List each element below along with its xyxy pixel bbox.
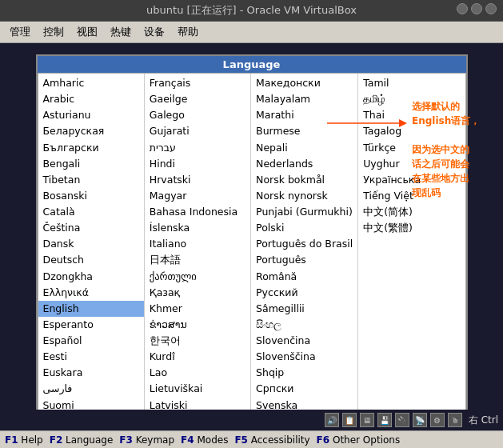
menu-help[interactable]: 帮助 [171,23,205,41]
lang-sinhala[interactable]: සිංහල [251,317,357,333]
lang-portugues[interactable]: Português [251,252,357,268]
lang-korean[interactable]: 한국어 [145,333,250,349]
lang-bulgarski[interactable]: Български [38,140,144,156]
lang-col-1: Amharic Arabic Asturianu Беларуская Бълг… [38,74,145,415]
lang-latvieski[interactable]: Lietuviškai [145,381,250,397]
titlebar-buttons [457,3,497,14]
maximize-button[interactable] [471,3,482,14]
lang-slovencina[interactable]: Slovenčina [251,333,357,349]
lang-lao[interactable]: Lao [145,365,250,381]
lang-belarusskaya[interactable]: Беларуская [38,123,144,139]
lang-norsk-nynorsk[interactable]: Norsk nynorsk [251,188,357,204]
annotation-line7: 现乱码 [412,187,441,198]
annotation-line2: English语言， [412,115,480,126]
lang-hindi[interactable]: Hindi [145,156,250,172]
lang-chinese-simplified[interactable]: 中文(简体) [358,204,465,220]
lang-english[interactable]: English [38,301,144,317]
menu-view[interactable]: 视图 [70,23,104,41]
lang-bengali[interactable]: Bengali [38,156,144,172]
lang-gujarati[interactable]: Gujarati [145,123,250,139]
tray-icon-4[interactable]: 💾 [377,413,392,427]
lang-francais[interactable]: Français [145,75,250,91]
lang-islenska[interactable]: Íslenska [145,220,250,236]
lang-galego[interactable]: Galego [145,107,250,123]
lang-khmer[interactable]: Khmer [145,301,250,317]
lang-espanol[interactable]: Español [38,333,144,349]
lang-polski[interactable]: Polski [251,220,357,236]
lang-bahasa-indonesia[interactable]: Bahasa Indonesia [145,204,250,220]
lang-catala[interactable]: Català [38,204,144,220]
lang-russian[interactable]: Русский [251,285,357,301]
lang-norsk-bokmal[interactable]: Norsk bokmål [251,172,357,188]
lang-magyar[interactable]: Magyar [145,188,250,204]
titlebar: ubuntu [正在运行] - Oracle VM VirtualBox [0,0,503,22]
lang-georgian[interactable]: ქართული [145,269,250,285]
lang-italiano[interactable]: Italiano [145,236,250,252]
lang-asturianu[interactable]: Asturianu [38,107,144,123]
vm-screen-area: Language Amharic Arabic Asturianu Белару… [0,43,503,426]
lang-tamil[interactable]: Tamil [358,75,465,91]
close-button[interactable] [485,3,497,14]
menu-manage[interactable]: 管理 [3,23,37,41]
lang-samegillii[interactable]: Sâmegillii [251,301,357,317]
lang-deutsch[interactable]: Deutsch [38,252,144,268]
lang-romana[interactable]: Română [251,269,357,285]
lang-cestina[interactable]: Čeština [38,220,144,236]
status-f2[interactable]: F2 Language [50,434,114,446]
minimize-button[interactable] [457,3,468,14]
annotation-line4: 因为选中文的 [412,144,469,155]
lang-dansk[interactable]: Dansk [38,236,144,252]
tray-icon-7[interactable]: ⚙ [430,413,445,427]
lang-nepali[interactable]: Nepali [251,140,357,156]
lang-bosanski[interactable]: Bosanski [38,188,144,204]
lang-kurdi[interactable]: Kurdî [145,349,250,365]
titlebar-text: ubuntu [正在运行] - Oracle VM VirtualBox [146,4,357,16]
tray-icon-5[interactable]: 🔌 [395,413,409,427]
menu-devices[interactable]: 设备 [138,23,171,41]
lang-gaeilge[interactable]: Gaeilge [145,91,250,107]
annotation-container: 选择默认的 English语言， 因为选中文的 话之后可能会 在某些地方出 现乱… [407,99,503,200]
tray-icon-1[interactable]: 🔊 [325,413,339,427]
lang-amharic[interactable]: Amharic [38,75,144,91]
tray-icon-8[interactable]: 🖱 [448,413,462,427]
lang-khmer2[interactable]: ຂ່າວສານ [145,317,250,333]
lang-euskara[interactable]: Euskara [38,365,144,381]
lang-kazakh[interactable]: Қазақ [145,285,250,301]
lang-greek[interactable]: Ελληνικά [38,285,144,301]
lang-esperanto[interactable]: Esperanto [38,317,144,333]
tray-icon-3[interactable]: 🖥 [360,413,374,427]
lang-tibetan[interactable]: Tibetan [38,172,144,188]
lang-farsi[interactable]: فارسی [38,381,144,397]
lang-col-2: Français Gaeilge Galego Gujarati עברית H… [145,74,251,415]
menu-control[interactable]: 控制 [37,23,70,41]
statusbar: F1 Help F2 Language F3 Keymap F4 Modes F… [0,430,503,448]
tray-ctrl-label: 右 Ctrl [469,414,498,427]
lang-dzongkha[interactable]: Dzongkha [38,269,144,285]
lang-arabic[interactable]: Arabic [38,91,144,107]
status-f4[interactable]: F4 Modes [181,434,228,446]
lang-japanese[interactable]: 日本語 [145,252,250,268]
menu-hotkeys[interactable]: 热键 [104,23,138,41]
status-f3[interactable]: F3 Keymap [119,434,174,446]
tray-area: 🔊 📋 🖥 💾 🔌 📡 ⚙ 🖱 右 Ctrl [0,410,503,430]
tray-icon-2[interactable]: 📋 [342,413,357,427]
lang-chinese-traditional[interactable]: 中文(繁體) [358,220,465,236]
lang-hrvatski[interactable]: Hrvatski [145,172,250,188]
lang-punjabi[interactable]: Punjabi (Gurmukhi) [251,204,357,220]
status-f1[interactable]: F1 Help [5,434,43,446]
lang-eesti[interactable]: Eesti [38,349,144,365]
lang-portugues-brasil[interactable]: Português do Brasil [251,236,357,252]
lang-slovensčina[interactable]: Slovenščina [251,349,357,365]
tray-icon-6[interactable]: 📡 [413,413,427,427]
lang-srpski[interactable]: Српски [251,381,357,397]
language-dialog-title: Language [38,56,466,73]
lang-malayalam[interactable]: Malayalam [251,91,357,107]
status-f5[interactable]: F5 Accessibility [234,434,309,446]
annotation-line1: 选择默认的 [412,101,460,112]
lang-macedonian[interactable]: Македонски [251,75,357,91]
lang-shqip[interactable]: Shqip [251,365,357,381]
lang-hebrew[interactable]: עברית [145,140,250,156]
annotation-line5: 话之后可能会 [412,158,469,170]
status-f6[interactable]: F6 Other Options [317,434,401,446]
lang-dutch[interactable]: Nederlands [251,156,357,172]
